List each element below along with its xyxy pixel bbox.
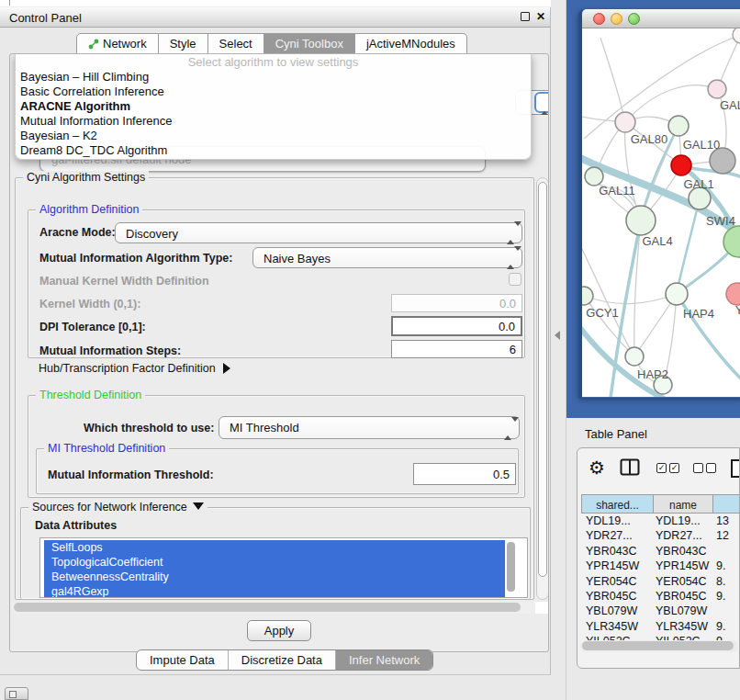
list-item[interactable]: gal4RGexp xyxy=(44,584,505,598)
list-item[interactable]: BetweennessCentrality xyxy=(44,570,505,584)
table-cell: YBR043C xyxy=(654,544,713,559)
dropdown-item-selected[interactable]: ARACNE Algorithm xyxy=(16,99,531,114)
splitter-collapse-icon[interactable] xyxy=(555,331,560,340)
dpi-tolerance-field[interactable]: 0.0 xyxy=(391,316,522,336)
float-window-icon[interactable] xyxy=(521,12,530,21)
network-node-hap2[interactable] xyxy=(625,347,644,366)
top-strip xyxy=(0,0,566,7)
table-row[interactable]: YDR27...YDR27...12 xyxy=(581,528,740,543)
apply-button[interactable]: Apply xyxy=(247,620,311,641)
threshold-definition-group: Threshold Definition Which threshold to … xyxy=(28,395,525,498)
network-node-label: GAL xyxy=(720,98,740,112)
network-node-hap4[interactable] xyxy=(666,283,688,305)
minimize-traffic-light[interactable] xyxy=(611,13,622,25)
tab-discretize-data[interactable]: Discretize Data xyxy=(228,650,335,670)
network-node-gal11[interactable] xyxy=(585,167,603,186)
network-node-y-pink[interactable] xyxy=(726,283,740,305)
table-cell: 9 xyxy=(713,634,740,640)
dropdown-item[interactable]: Mutual Information Inference xyxy=(16,114,531,129)
network-node-big-green[interactable] xyxy=(723,226,740,257)
manual-kernel-checkbox[interactable] xyxy=(509,273,521,286)
hub-definition-expander[interactable]: Hub/Transcription Factor Definition xyxy=(39,362,230,375)
network-node-gal1[interactable] xyxy=(671,155,691,175)
list-item[interactable]: SelfLoops xyxy=(44,540,505,555)
table-cell xyxy=(713,604,740,618)
dropdown-item[interactable]: Bayesian – Hill Climbing xyxy=(16,70,531,85)
columns-icon[interactable] xyxy=(620,458,640,480)
tab-select[interactable]: Select xyxy=(208,33,264,54)
table-row[interactable]: YLR345WYLR345W9. xyxy=(581,619,740,634)
table-row[interactable]: YPR145WYPR145W9. xyxy=(581,559,740,573)
mi-steps-label: Mutual Information Steps: xyxy=(39,344,181,357)
tab-jactivemnodules[interactable]: jActiveMNodules xyxy=(355,33,467,54)
dropdown-item[interactable]: Bayesian – K2 xyxy=(16,129,531,143)
tab-impute-data[interactable]: Impute Data xyxy=(137,650,228,670)
dropdown-item[interactable]: Basic Correlation Inference xyxy=(16,85,531,99)
panel-splitter[interactable] xyxy=(551,0,566,700)
table-row[interactable]: YER054CYER054C8. xyxy=(581,574,740,589)
close-icon[interactable]: ✕ xyxy=(536,10,545,23)
sources-group-title[interactable]: Sources for Network Inference xyxy=(28,501,207,514)
network-node-gal80[interactable] xyxy=(615,112,635,132)
close-traffic-light[interactable] xyxy=(593,13,605,25)
table-row[interactable]: YBL079WYBL079W xyxy=(581,604,740,618)
minimized-window[interactable] xyxy=(5,687,28,700)
network-node-gal10[interactable] xyxy=(668,116,689,136)
list-scrollbar-thumb[interactable] xyxy=(507,542,515,592)
column-header-shared-name[interactable]: shared... xyxy=(581,494,654,514)
algorithm-dropdown-popup: Select algorithm to view settings Bayesi… xyxy=(15,53,532,160)
table-row[interactable]: YBR045CYBR045C9. xyxy=(581,589,740,604)
mi-type-combobox[interactable]: Naive Bayes xyxy=(252,247,522,268)
tab-network[interactable]: Network xyxy=(76,33,159,54)
mi-steps-field[interactable]: 6 xyxy=(391,340,522,358)
table-panel-title: Table Panel xyxy=(585,427,647,441)
network-node-gcy1[interactable] xyxy=(582,287,593,305)
network-node-label: GAL4 xyxy=(642,234,672,248)
table-row[interactable]: YBR043CYBR043C xyxy=(581,544,740,559)
settings-horizontal-scrollbar[interactable] xyxy=(12,602,535,614)
data-attributes-list[interactable]: SelfLoops TopologicalCoefficient Between… xyxy=(39,537,528,598)
table-body: YDL19...YDL19...13YDR27...YDR27...12YBR0… xyxy=(581,514,740,640)
column-header-name[interactable]: name xyxy=(654,494,713,514)
scrollbar-thumb[interactable] xyxy=(14,603,521,612)
settings-vertical-scrollbar[interactable] xyxy=(536,177,549,600)
tab-cyni-toolbox[interactable]: Cyni Toolbox xyxy=(264,33,355,54)
tab-infer-network[interactable]: Infer Network xyxy=(335,650,432,670)
scrollbar-thumb[interactable] xyxy=(538,182,547,577)
screen: Control Panel ✕ Network Style Select Cyn… xyxy=(0,0,740,700)
which-threshold-combobox[interactable]: MI Threshold xyxy=(219,416,520,439)
mi-threshold-field[interactable]: 0.5 xyxy=(413,463,516,485)
network-node-label: GAL80 xyxy=(631,132,667,146)
kernel-width-field[interactable]: 0.0 xyxy=(391,294,522,312)
table-row[interactable]: YIL052CYIL052C9 xyxy=(581,634,740,640)
network-node-label: GCY1 xyxy=(586,306,618,320)
table-cell: 9. xyxy=(713,559,740,573)
scrollbar-thumb[interactable] xyxy=(582,641,734,650)
table-horizontal-scrollbar[interactable] xyxy=(580,640,738,652)
expander-arrow-icon xyxy=(223,363,230,374)
mi-threshold-group: MI Threshold Definition Mutual Informati… xyxy=(36,448,519,494)
column-header-partial[interactable]: A xyxy=(713,494,740,514)
page-icon[interactable] xyxy=(730,458,740,482)
mi-threshold-label: Mutual Information Threshold: xyxy=(48,469,214,481)
network-node-gray-node[interactable] xyxy=(710,148,735,174)
list-item[interactable]: TopologicalCoefficient xyxy=(44,555,505,570)
table-cell: YBR043C xyxy=(581,544,654,559)
zoom-traffic-light[interactable] xyxy=(628,13,640,25)
gear-icon[interactable]: ⚙ xyxy=(589,457,605,479)
deselect-all-icon[interactable] xyxy=(693,463,716,473)
select-all-icon[interactable]: ✓✓ xyxy=(656,463,679,473)
network-canvas[interactable]: GALGAL80GAL10GAL1SWI4GAL4GAL11GCY1HAP4YH… xyxy=(582,28,740,397)
tab-style[interactable]: Style xyxy=(159,33,208,54)
network-node-partial-top[interactable] xyxy=(733,28,740,43)
dropdown-item[interactable]: Dream8 DC_TDC Algorithm xyxy=(16,143,531,158)
table-row[interactable]: YDL19...YDL19...13 xyxy=(581,514,740,528)
table-cell: YIL052C xyxy=(581,634,654,640)
aracne-mode-combobox[interactable]: Discovery xyxy=(115,222,522,243)
network-edge xyxy=(625,85,717,122)
network-node-gal4[interactable] xyxy=(626,206,656,235)
network-window-titlebar[interactable] xyxy=(582,9,740,28)
settings-group-title: Cyni Algorithm Settings xyxy=(23,171,149,184)
network-node-gal-right[interactable] xyxy=(708,80,726,98)
combo-stepper-button[interactable] xyxy=(534,92,549,113)
